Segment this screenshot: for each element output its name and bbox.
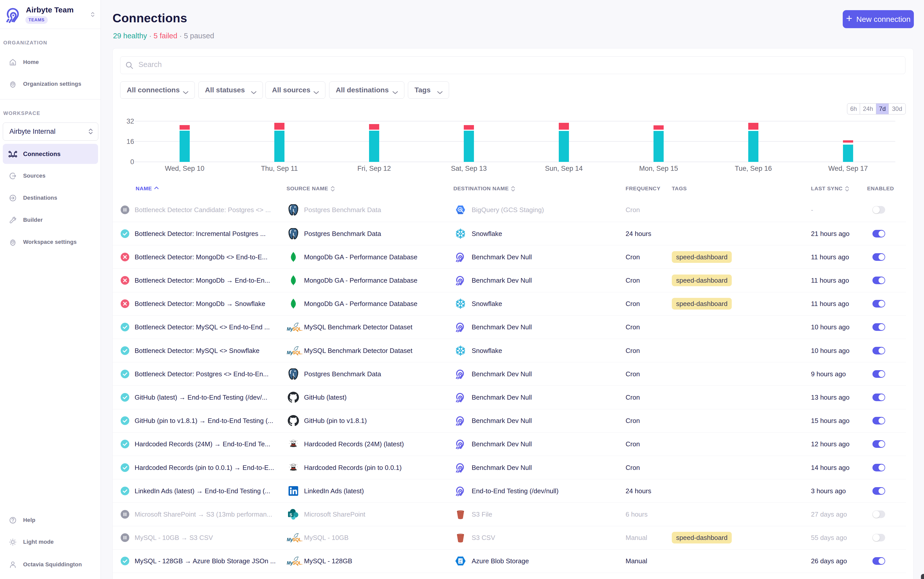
svg-text:S: S [290,512,292,517]
svg-text:Wed, Sep 10: Wed, Sep 10 [165,165,204,172]
svg-text:Mon, Sep 15: Mon, Sep 15 [639,165,678,172]
svg-text:SQL: SQL [292,561,302,566]
svg-text:..: .. [301,328,303,331]
svg-text:SQL: SQL [292,537,302,542]
svg-text:Wed, Sep 17: Wed, Sep 17 [828,165,868,172]
svg-text:Sun, Sep 14: Sun, Sep 14 [545,165,583,172]
svg-text:32: 32 [126,118,134,125]
svg-text:SQL: SQL [292,327,302,332]
svg-text:Sat, Sep 13: Sat, Sep 13 [451,165,487,172]
svg-text:Tue, Sep 16: Tue, Sep 16 [735,165,772,172]
svg-text:..: .. [301,562,303,565]
svg-text:Fri, Sep 12: Fri, Sep 12 [357,165,391,172]
svg-text:01: 01 [459,561,461,564]
svg-text:..: .. [301,538,303,542]
svg-text:SQL: SQL [292,350,302,355]
svg-text:..: .. [301,352,303,355]
svg-text:0: 0 [130,158,134,166]
svg-text:16: 16 [126,138,134,146]
svg-text:Thu, Sep 11: Thu, Sep 11 [261,165,298,172]
